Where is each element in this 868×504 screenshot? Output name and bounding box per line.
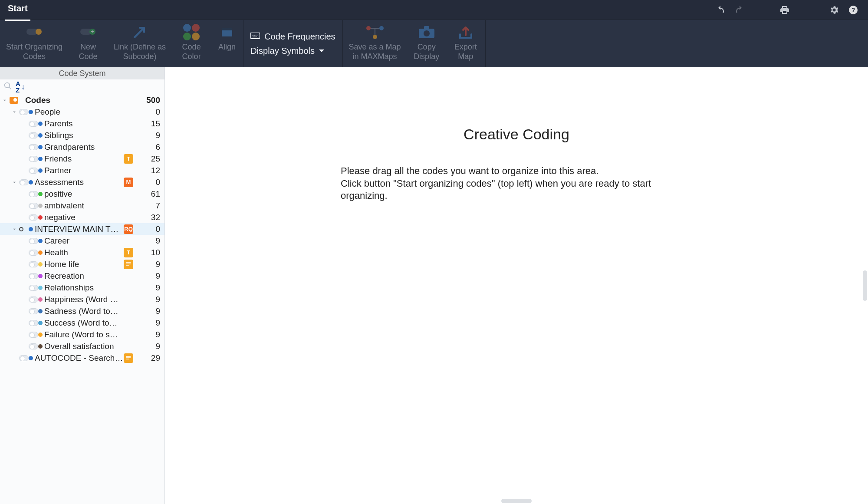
toggle-activation[interactable] xyxy=(29,144,38,150)
tree-node-parents[interactable]: Parents 15 xyxy=(0,118,164,129)
tree-node-count: 12 xyxy=(136,166,162,175)
tree-node-count: 9 xyxy=(136,283,162,293)
color-dot xyxy=(38,145,43,149)
tree-node-recreation[interactable]: Recreation 9 xyxy=(0,270,164,282)
tree-node-failure-word-to-s-[interactable]: Failure (Word to s… 9 xyxy=(0,329,164,340)
color-dot xyxy=(29,227,33,231)
toggle-activation[interactable] xyxy=(19,179,29,185)
color-dot xyxy=(38,333,43,337)
tree-node-label: Happiness (Word … xyxy=(44,295,124,304)
toggle-activation[interactable] xyxy=(29,273,38,279)
tree-node-count: 6 xyxy=(136,142,162,152)
tree-node-assessments[interactable]: Assessments M 0 xyxy=(0,176,164,188)
codes-root-icon xyxy=(10,97,19,104)
sort-az-button[interactable]: AZ↓ xyxy=(16,80,25,93)
start-organizing-button: Start Organizing Codes xyxy=(0,20,69,67)
code-frequencies-button[interactable]: 123 Code Frequencies xyxy=(250,32,335,42)
toggle-activation[interactable] xyxy=(29,332,38,338)
tree-node-ambivalent[interactable]: ambivalent 7 xyxy=(0,200,164,211)
toggle-activation[interactable] xyxy=(29,296,38,303)
scroll-thumb-vertical[interactable] xyxy=(863,270,867,301)
toggle-activation[interactable] xyxy=(29,191,38,197)
tree-node-count: 9 xyxy=(136,318,162,328)
start-organizing-icon xyxy=(26,23,43,41)
tree-node-happiness-word-[interactable]: Happiness (Word … 9 xyxy=(0,293,164,305)
tree-node-relationships[interactable]: Relationships 9 xyxy=(0,282,164,293)
toggle-activation[interactable] xyxy=(19,109,29,115)
tree-node-overall-satisfaction[interactable]: Overall satisfaction 9 xyxy=(0,340,164,352)
chevron-icon[interactable] xyxy=(10,179,19,185)
toggle-activation[interactable] xyxy=(29,203,38,209)
color-dot xyxy=(29,356,33,360)
tab-start[interactable]: Start xyxy=(5,2,30,21)
tree-node-positive[interactable]: positive 61 xyxy=(0,188,164,200)
tree-node-label: Sadness (Word to… xyxy=(44,306,124,316)
tree-node-siblings[interactable]: Siblings 9 xyxy=(0,129,164,141)
display-symbols-label: Display Symbols xyxy=(250,46,315,56)
tree-node-success-word-to-[interactable]: Success (Word to… 9 xyxy=(0,317,164,329)
tree-node-autocode-search-[interactable]: AUTOCODE - Search… 29 xyxy=(0,352,164,364)
sidebar-toolbar: AZ↓ xyxy=(0,79,164,94)
color-dot xyxy=(38,344,43,349)
export-icon xyxy=(458,23,473,41)
tree-node-people[interactable]: People 0 xyxy=(0,106,164,118)
tree-node-count: 61 xyxy=(136,189,162,199)
tree-node-label: Career xyxy=(44,236,124,246)
toggle-activation[interactable] xyxy=(29,156,38,162)
toggle-activation[interactable] xyxy=(19,355,29,361)
help-button[interactable]: ? xyxy=(844,0,863,20)
toggle-activation[interactable] xyxy=(29,343,38,349)
tree-node-partner[interactable]: Partner 12 xyxy=(0,165,164,176)
toggle-activation[interactable] xyxy=(29,214,38,221)
tree-node-label: Parents xyxy=(44,119,124,128)
tree-node-grandparents[interactable]: Grandparents 6 xyxy=(0,141,164,153)
toggle-activation[interactable] xyxy=(29,168,38,174)
color-dot xyxy=(38,204,43,208)
toggle-activation[interactable] xyxy=(29,308,38,314)
tree-node-interview-main-to-[interactable]: INTERVIEW MAIN TO… RQ 0 xyxy=(0,223,164,235)
tree-node-count: 7 xyxy=(136,201,162,211)
tree-node-count: 0 xyxy=(136,107,162,117)
display-symbols-button[interactable]: Display Symbols xyxy=(250,46,335,56)
toggle-activation[interactable] xyxy=(29,285,38,291)
code-tree[interactable]: Codes 500 People 0 Parents 15 xyxy=(0,94,164,504)
camera-icon xyxy=(418,23,435,41)
tree-node-negative[interactable]: negative 32 xyxy=(0,211,164,223)
save-as-map-label: Save as a Map in MAXMaps xyxy=(349,43,401,61)
tree-root-count: 500 xyxy=(136,96,162,105)
creative-coding-canvas[interactable]: Creative Coding Please drag all the code… xyxy=(165,67,868,504)
sort-az-label: AZ xyxy=(16,80,20,93)
color-dot xyxy=(38,262,43,267)
tree-node-label: Grandparents xyxy=(44,142,124,152)
toggle-activation[interactable] xyxy=(29,238,38,244)
svg-point-13 xyxy=(373,35,377,39)
tree-node-friends[interactable]: Friends T 25 xyxy=(0,153,164,165)
tree-node-home-life[interactable]: Home life 9 xyxy=(0,258,164,270)
chevron-icon[interactable] xyxy=(10,226,19,232)
redo-icon xyxy=(734,5,745,15)
new-code-button: + New Code xyxy=(69,20,108,67)
tree-node-label: Siblings xyxy=(44,131,124,140)
toggle-activation[interactable] xyxy=(29,121,38,127)
toggle-activation[interactable] xyxy=(29,261,38,267)
chevron-down-icon[interactable] xyxy=(0,97,10,103)
tree-node-label: Partner xyxy=(44,166,124,175)
canvas-title: Creative Coding xyxy=(464,126,569,143)
tree-node-sadness-word-to-[interactable]: Sadness (Word to… 9 xyxy=(0,305,164,317)
scroll-thumb-horizontal[interactable] xyxy=(501,499,532,503)
settings-button[interactable] xyxy=(825,0,844,20)
chevron-icon[interactable] xyxy=(10,109,19,115)
search-icon[interactable] xyxy=(3,82,12,92)
toggle-activation[interactable] xyxy=(29,250,38,256)
sidebar-header: Code System xyxy=(0,67,164,79)
export-map-label: Export Map xyxy=(454,43,477,61)
toggle-activation[interactable] xyxy=(29,320,38,326)
toggle-activation[interactable] xyxy=(29,132,38,138)
tree-node-career[interactable]: Career 9 xyxy=(0,235,164,247)
tree-node-health[interactable]: Health T 10 xyxy=(0,247,164,258)
tree-node-label: People xyxy=(35,107,124,117)
print-button[interactable] xyxy=(775,0,794,20)
tree-root-codes[interactable]: Codes 500 xyxy=(0,94,164,106)
undo-button[interactable] xyxy=(711,0,730,20)
tree-node-label: positive xyxy=(44,189,124,199)
